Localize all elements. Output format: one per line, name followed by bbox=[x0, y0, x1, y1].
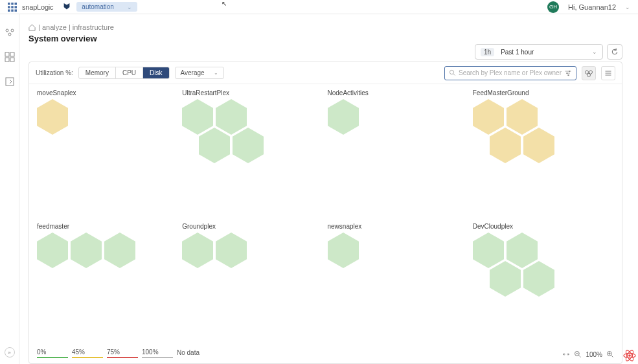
svg-rect-13 bbox=[10, 52, 14, 56]
legend-label: No data bbox=[177, 349, 199, 356]
svg-rect-14 bbox=[5, 58, 9, 62]
nav-item-grid-icon[interactable] bbox=[5, 52, 15, 62]
plex-name: Groundplex bbox=[182, 223, 323, 230]
segment-disk[interactable]: Disk bbox=[143, 67, 168, 78]
svg-point-17 bbox=[450, 70, 453, 74]
hex-node[interactable] bbox=[490, 128, 521, 163]
zoom-level: 100% bbox=[586, 351, 602, 358]
nav-item-export-icon[interactable] bbox=[5, 76, 15, 87]
hex-node[interactable] bbox=[71, 233, 102, 268]
hex-cluster bbox=[182, 233, 323, 304]
svg-rect-2 bbox=[15, 3, 17, 5]
fit-width-icon[interactable] bbox=[562, 350, 570, 358]
filter-icon[interactable] bbox=[564, 69, 572, 77]
plex-cell: DevCloudplex bbox=[473, 223, 614, 352]
svg-point-35 bbox=[628, 354, 631, 357]
legend-label: 100% bbox=[142, 348, 159, 356]
view-list-button[interactable] bbox=[601, 66, 615, 80]
nav-item-dashboards-icon[interactable] bbox=[5, 27, 15, 38]
breadcrumb-path: | analyze | infrastructure bbox=[38, 23, 114, 31]
svg-point-11 bbox=[8, 33, 11, 36]
search-box bbox=[444, 66, 576, 80]
refresh-button[interactable] bbox=[607, 44, 622, 60]
hex-node[interactable] bbox=[216, 233, 247, 268]
time-controls: 1h Past 1 hour ⌄ bbox=[475, 44, 622, 60]
plex-name: feedmaster bbox=[37, 223, 178, 230]
svg-rect-5 bbox=[15, 6, 17, 8]
plex-name: NodeActivities bbox=[328, 89, 469, 97]
svg-line-18 bbox=[453, 74, 455, 76]
hex-cluster bbox=[328, 233, 469, 304]
hex-node[interactable] bbox=[490, 261, 521, 297]
panel-toolbar: Utilization %: MemoryCPUDisk Average ⌄ bbox=[29, 62, 622, 84]
view-hex-button[interactable] bbox=[582, 66, 596, 80]
refresh-icon bbox=[611, 48, 619, 56]
utilization-label: Utilization %: bbox=[36, 69, 73, 76]
hex-node[interactable] bbox=[328, 99, 359, 135]
hex-cluster bbox=[328, 99, 469, 170]
home-icon[interactable] bbox=[28, 24, 36, 31]
overview-panel: Utilization %: MemoryCPUDisk Average ⌄ m… bbox=[28, 62, 622, 364]
hex-node[interactable] bbox=[104, 233, 135, 268]
hex-node[interactable] bbox=[328, 233, 359, 268]
zoom-out-icon[interactable] bbox=[574, 350, 582, 358]
brand-label: snapLogic bbox=[22, 3, 53, 11]
plex-cell: UltraRestartPlex bbox=[182, 89, 323, 219]
hex-node[interactable] bbox=[523, 261, 554, 297]
user-menu-chevron-icon[interactable]: ⌄ bbox=[625, 4, 630, 10]
aggregation-select[interactable]: Average ⌄ bbox=[175, 67, 224, 79]
apps-waffle-icon[interactable] bbox=[8, 3, 17, 12]
hex-cluster bbox=[182, 99, 323, 170]
search-icon bbox=[449, 69, 456, 76]
hex-node[interactable] bbox=[182, 233, 213, 268]
react-devtools-icon bbox=[622, 348, 637, 363]
main-content: | analyze | infrastructure System overvi… bbox=[19, 14, 632, 364]
avatar[interactable]: GH bbox=[547, 1, 559, 13]
plex-name: UltraRestartPlex bbox=[182, 89, 323, 97]
hex-node[interactable] bbox=[37, 233, 68, 268]
hex-node[interactable] bbox=[37, 99, 68, 135]
svg-rect-12 bbox=[5, 52, 9, 56]
breadcrumb: | analyze | infrastructure bbox=[28, 23, 622, 31]
hex-node[interactable] bbox=[233, 128, 264, 163]
segment-cpu[interactable]: CPU bbox=[116, 67, 143, 78]
org-selector[interactable]: automation ⌄ bbox=[76, 2, 137, 12]
legend-segment: 100% bbox=[142, 348, 177, 358]
svg-line-32 bbox=[611, 356, 613, 358]
left-nav: » bbox=[0, 14, 19, 364]
plex-name: newsnaplex bbox=[328, 223, 469, 230]
aggregation-label: Average bbox=[181, 69, 205, 76]
svg-point-9 bbox=[6, 29, 8, 32]
hex-node[interactable] bbox=[199, 128, 230, 163]
zoom-controls: 100% bbox=[562, 350, 614, 358]
svg-rect-4 bbox=[11, 6, 14, 8]
metric-segment: MemoryCPUDisk bbox=[78, 67, 170, 79]
plex-grid: moveSnaplexUltraRestartPlexNodeActivitie… bbox=[29, 84, 622, 363]
svg-point-22 bbox=[569, 70, 570, 71]
legend-bar bbox=[142, 357, 173, 358]
hex-cluster bbox=[37, 233, 178, 304]
plex-cell: newsnaplex bbox=[328, 223, 469, 352]
nav-collapse-button[interactable]: » bbox=[5, 347, 15, 358]
legend-label: 0% bbox=[37, 348, 46, 356]
plex-name: DevCloudplex bbox=[473, 223, 614, 230]
plex-cell: Groundplex bbox=[182, 223, 323, 352]
legend-label: 75% bbox=[107, 348, 120, 356]
svg-rect-8 bbox=[15, 9, 17, 12]
time-range-picker[interactable]: 1h Past 1 hour ⌄ bbox=[475, 44, 603, 60]
hex-cluster bbox=[473, 99, 614, 170]
plex-cell: FeedMasterGround bbox=[473, 89, 614, 219]
hex-node[interactable] bbox=[523, 128, 554, 163]
chevron-down-icon: ⌄ bbox=[592, 49, 597, 55]
hex-cluster bbox=[37, 99, 178, 170]
segment-memory[interactable]: Memory bbox=[79, 67, 116, 78]
zoom-in-icon[interactable] bbox=[606, 350, 614, 358]
svg-point-10 bbox=[11, 29, 14, 32]
search-input[interactable] bbox=[459, 69, 562, 76]
user-greeting: Hi, Guannan12 bbox=[568, 3, 616, 11]
legend-segment: No data bbox=[177, 349, 212, 358]
legend-bar bbox=[107, 357, 138, 358]
plex-name: FeedMasterGround bbox=[473, 89, 614, 97]
org-label: automation bbox=[82, 3, 113, 10]
legend-bar bbox=[72, 357, 103, 358]
